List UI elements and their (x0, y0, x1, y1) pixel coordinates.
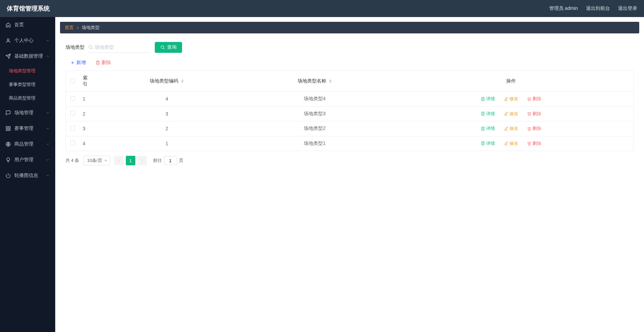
sidebar-item-product[interactable]: 商品管理 (0, 136, 55, 152)
edit-button[interactable]: 修改 (504, 140, 518, 147)
pager-total: 共 4 条 (65, 157, 79, 164)
add-button[interactable]: 新增 (70, 60, 86, 66)
header-code[interactable]: 场地类型编码 (93, 71, 241, 92)
breadcrumb-current: 场地类型 (82, 25, 100, 31)
pager-jump-input[interactable] (164, 156, 177, 165)
row-name: 场地类型2 (241, 121, 389, 136)
detail-button[interactable]: 详情 (481, 96, 495, 102)
detail-button[interactable]: 详情 (481, 111, 495, 117)
detail-label: 详情 (486, 111, 495, 117)
row-checkbox[interactable] (70, 140, 75, 145)
svg-rect-4 (9, 129, 10, 131)
row-delete-button[interactable]: 删除 (527, 96, 541, 102)
app-title: 体育馆管理系统 (7, 4, 50, 13)
breadcrumb-sep: > (76, 25, 79, 30)
row-checkbox-cell (66, 106, 79, 121)
row-name: 场地类型4 (241, 92, 389, 107)
table-row: 32场地类型2详情修改删除 (66, 121, 634, 136)
pager-prev[interactable] (114, 156, 124, 165)
document-icon (481, 126, 485, 131)
sidebar-item-label: 场地管理 (14, 110, 46, 116)
logout-link[interactable]: 退出登录 (618, 5, 637, 12)
row-code: 4 (93, 92, 241, 107)
sidebar-subitem-event-type[interactable]: 赛事类型管理 (0, 78, 55, 91)
sidebar-item-banner[interactable]: 轮播图信息 (0, 168, 55, 183)
edit-label: 修改 (509, 140, 518, 147)
row-delete-button[interactable]: 删除 (527, 125, 541, 132)
header-checkbox[interactable] (70, 78, 75, 83)
breadcrumb: 首页 > 场地类型 (60, 22, 639, 33)
sidebar-subitem-venue-type[interactable]: 场地类型管理 (0, 64, 55, 78)
search-icon (88, 44, 93, 50)
svg-rect-3 (6, 129, 8, 131)
detail-button[interactable]: 详情 (481, 140, 495, 147)
sidebar-item-label: 用户管理 (14, 157, 46, 163)
header-checkbox-cell (66, 71, 79, 92)
sidebar-item-label: 轮播图信息 (14, 172, 46, 179)
home-icon (5, 22, 11, 28)
sidebar-subitem-product-type[interactable]: 商品类型管理 (0, 91, 55, 105)
row-delete-button[interactable]: 删除 (527, 111, 541, 117)
svg-rect-1 (6, 126, 8, 128)
sidebar: 首页 个人中心 基础数据管理 场地类型管理 (0, 17, 55, 332)
edit-label: 修改 (509, 125, 518, 132)
filter-bar: 场地类型 查询 (65, 42, 634, 53)
table-actions: 新增 删除 (65, 58, 634, 71)
table-row: 23场地类型3详情修改删除 (66, 106, 634, 121)
document-icon (481, 141, 485, 146)
chevron-down-icon (46, 126, 50, 131)
search-button[interactable]: 查询 (155, 42, 182, 53)
sidebar-item-event[interactable]: 赛事管理 (0, 121, 55, 136)
chevron-down-icon (46, 142, 50, 146)
detail-button[interactable]: 详情 (481, 125, 495, 132)
edit-button[interactable]: 修改 (504, 125, 518, 132)
filter-input[interactable] (95, 42, 149, 52)
header-name[interactable]: 场地类型名称 (241, 71, 389, 92)
main-panel: 首页 > 场地类型 场地类型 查询 (55, 17, 644, 332)
sidebar-item-home[interactable]: 首页 (0, 17, 55, 33)
edit-label: 修改 (509, 96, 518, 102)
svg-line-7 (92, 48, 93, 49)
sidebar-item-venue[interactable]: 场地管理 (0, 105, 55, 121)
row-checkbox[interactable] (70, 96, 75, 101)
page-size-select[interactable]: 10条/页 (83, 156, 110, 165)
sidebar-item-label: 首页 (14, 22, 50, 28)
row-checkbox[interactable] (70, 111, 75, 116)
sidebar-item-personal[interactable]: 个人中心 (0, 33, 55, 48)
row-index: 3 (79, 121, 93, 136)
row-checkbox[interactable] (70, 126, 75, 131)
edit-button[interactable]: 修改 (504, 111, 518, 117)
send-icon (5, 54, 11, 59)
chevron-down-icon (46, 111, 50, 115)
filter-label: 场地类型 (65, 44, 85, 50)
row-checkbox-cell (66, 92, 79, 107)
chevron-down-icon (46, 173, 50, 178)
sidebar-subitem-label: 场地类型管理 (9, 68, 35, 74)
pager-page-1[interactable]: 1 (126, 156, 135, 165)
row-checkbox-cell (66, 121, 79, 136)
power-icon (5, 173, 11, 178)
sidebar-item-label: 基础数据管理 (14, 53, 46, 59)
breadcrumb-home[interactable]: 首页 (65, 25, 74, 31)
sidebar-item-label: 赛事管理 (14, 125, 46, 132)
sidebar-item-basedata[interactable]: 基础数据管理 (0, 48, 55, 64)
edit-icon (504, 97, 508, 101)
pager-next[interactable] (137, 156, 147, 165)
batch-delete-button[interactable]: 删除 (95, 60, 111, 66)
edit-label: 修改 (509, 111, 518, 117)
edit-button[interactable]: 修改 (504, 96, 518, 102)
row-name: 场地类型3 (241, 106, 389, 121)
sidebar-subitem-label: 商品类型管理 (9, 95, 35, 101)
pager-jump-suffix: 页 (179, 157, 183, 164)
admin-label[interactable]: 管理员 admin (549, 5, 578, 12)
back-to-front-link[interactable]: 退出到前台 (586, 5, 610, 12)
table-row: 14场地类型4详情修改删除 (66, 92, 634, 107)
sidebar-item-user[interactable]: 用户管理 (0, 152, 55, 168)
row-code: 3 (93, 106, 241, 121)
page-size-label: 10条/页 (87, 157, 102, 164)
row-delete-button[interactable]: 删除 (527, 140, 541, 147)
row-ops: 详情修改删除 (389, 106, 633, 121)
sort-icon (329, 79, 332, 83)
header-index[interactable]: 索引 (79, 71, 93, 92)
search-button-label: 查询 (167, 44, 177, 50)
